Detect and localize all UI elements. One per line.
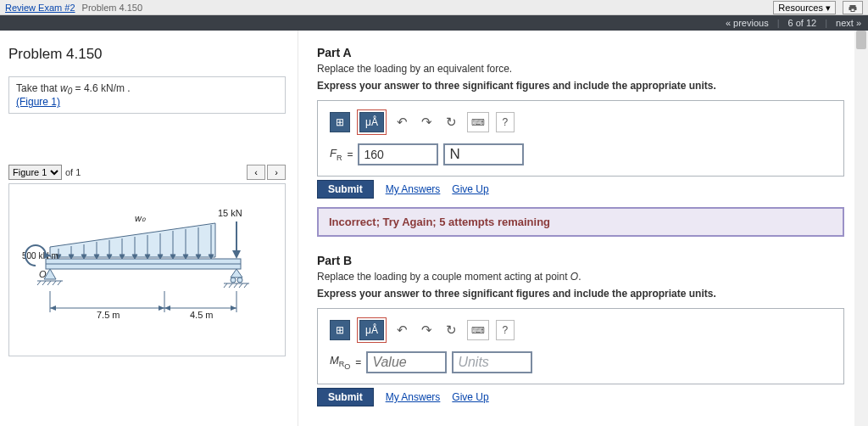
figure-w0-label: w₀ xyxy=(135,213,146,223)
part-a-submit-row: Submit My Answers Give Up xyxy=(317,180,844,199)
figure-link[interactable]: (Figure 1) xyxy=(16,96,60,108)
redo-button[interactable]: ↷ xyxy=(418,320,436,340)
part-a-title: Part A xyxy=(317,46,844,59)
part-a-value-input[interactable] xyxy=(358,143,438,165)
svg-line-37 xyxy=(58,281,61,285)
scrollbar[interactable] xyxy=(854,31,868,426)
svg-line-42 xyxy=(224,283,227,288)
svg-marker-53 xyxy=(159,305,164,311)
breadcrumb-problem: Problem 4.150 xyxy=(82,3,143,13)
equals-sign: = xyxy=(347,149,353,160)
svg-marker-52 xyxy=(50,305,56,311)
next-problem-link[interactable]: next » xyxy=(836,18,861,28)
figure-dim2: 4.5 m xyxy=(190,310,214,320)
figure-count: of 1 xyxy=(65,167,81,177)
svg-line-43 xyxy=(229,283,232,288)
part-a: Part A Replace the loading by an equival… xyxy=(317,46,844,237)
figure-nav: Figure 1 of 1 ‹ › xyxy=(8,165,286,180)
part-a-variable: FR xyxy=(330,147,342,162)
figure-select[interactable]: Figure 1 xyxy=(8,165,62,180)
part-a-feedback: Incorrect; Try Again; 5 attempts remaini… xyxy=(317,207,844,237)
part-a-give-up-link[interactable]: Give Up xyxy=(452,183,488,195)
figure-dim1: 7.5 m xyxy=(97,310,120,320)
part-b: Part B Replace the loading by a couple m… xyxy=(317,254,844,406)
part-a-units-input[interactable]: N xyxy=(443,143,524,165)
part-b-instructions: Express your answer to three significant… xyxy=(317,288,844,300)
svg-point-40 xyxy=(237,277,242,283)
templates-button[interactable]: ⊞ xyxy=(330,112,350,132)
help-button[interactable]: ? xyxy=(496,112,515,132)
part-b-my-answers-link[interactable]: My Answers xyxy=(386,391,441,403)
undo-button[interactable]: ↶ xyxy=(393,112,411,132)
figure-prev-button[interactable]: ‹ xyxy=(247,165,265,180)
figure-moment-label: 500 kN·m xyxy=(22,251,58,261)
templates-button[interactable]: ⊞ xyxy=(330,320,350,340)
undo-button[interactable]: ↶ xyxy=(393,320,411,340)
part-a-submit-button[interactable]: Submit xyxy=(317,180,374,199)
help-button[interactable]: ? xyxy=(496,320,515,340)
part-b-description: Replace the loading by a couple moment a… xyxy=(317,271,844,283)
problem-position: 6 of 12 xyxy=(788,18,817,28)
right-panel: Part A Replace the loading by an equival… xyxy=(298,31,868,426)
svg-line-34 xyxy=(42,281,46,285)
part-a-instructions: Express your answer to three significant… xyxy=(317,80,844,92)
svg-line-36 xyxy=(53,281,56,285)
problem-title: Problem 4.150 xyxy=(8,46,286,63)
part-a-toolbar: ⊞ μÅ ↶ ↷ ↻ ⌨ ? xyxy=(330,109,832,135)
figure-next-button[interactable]: › xyxy=(267,165,286,180)
keyboard-button[interactable]: ⌨ xyxy=(467,320,489,340)
problem-nav-bar: « previous | 6 of 12 | next » xyxy=(0,15,868,31)
breadcrumb-exam-link[interactable]: Review Exam #2 xyxy=(5,3,75,13)
resources-dropdown[interactable]: Resources ▾ xyxy=(773,1,836,14)
equals-sign: = xyxy=(355,356,361,368)
print-icon xyxy=(848,3,858,14)
figure-frame: w₀ 15 kN 500 kN·m O xyxy=(8,183,286,356)
breadcrumb-bar: Review Exam #2 Problem 4.150 Resources ▾ xyxy=(0,0,868,15)
part-b-answer-box: ⊞ μÅ ↶ ↷ ↻ ⌨ ? MRO = Units xyxy=(317,308,844,384)
left-panel: Problem 4.150 Take that w0 = 4.6 kN/m . … xyxy=(0,31,298,426)
svg-line-46 xyxy=(244,283,248,288)
symbols-button[interactable]: μÅ xyxy=(359,112,384,132)
svg-line-45 xyxy=(239,283,242,288)
part-a-my-answers-link[interactable]: My Answers xyxy=(386,183,441,195)
part-b-title: Part B xyxy=(317,254,844,267)
part-a-answer-box: ⊞ μÅ ↶ ↷ ↻ ⌨ ? FR = N xyxy=(317,100,844,177)
part-b-submit-button[interactable]: Submit xyxy=(317,388,374,406)
part-a-description: Replace the loading by an equivalent for… xyxy=(317,63,844,75)
part-b-value-input[interactable] xyxy=(366,351,447,373)
svg-line-35 xyxy=(47,281,51,285)
svg-line-44 xyxy=(234,283,237,288)
keyboard-button[interactable]: ⌨ xyxy=(467,112,489,132)
part-b-toolbar: ⊞ μÅ ↶ ↷ ↻ ⌨ ? xyxy=(330,317,832,343)
figure-force-label: 15 kN xyxy=(218,208,242,218)
svg-marker-27 xyxy=(232,250,241,259)
svg-point-39 xyxy=(231,277,236,283)
reset-button[interactable]: ↻ xyxy=(442,112,460,132)
svg-marker-38 xyxy=(231,269,242,277)
part-b-give-up-link[interactable]: Give Up xyxy=(452,391,488,403)
svg-line-33 xyxy=(37,281,41,285)
part-b-submit-row: Submit My Answers Give Up xyxy=(317,388,844,406)
part-b-variable: MRO xyxy=(330,354,350,371)
prev-problem-link[interactable]: « previous xyxy=(726,18,769,28)
svg-marker-55 xyxy=(231,305,236,311)
problem-statement: Take that w0 = 4.6 kN/m . (Figure 1) xyxy=(8,76,286,114)
part-b-units-input[interactable]: Units xyxy=(452,351,532,373)
redo-button[interactable]: ↷ xyxy=(418,112,436,132)
beam-figure: w₀ 15 kN 500 kN·m O xyxy=(20,198,275,342)
svg-marker-54 xyxy=(164,305,170,311)
print-button[interactable] xyxy=(843,1,863,14)
reset-button[interactable]: ↻ xyxy=(442,320,460,340)
symbols-button[interactable]: μÅ xyxy=(359,320,384,340)
